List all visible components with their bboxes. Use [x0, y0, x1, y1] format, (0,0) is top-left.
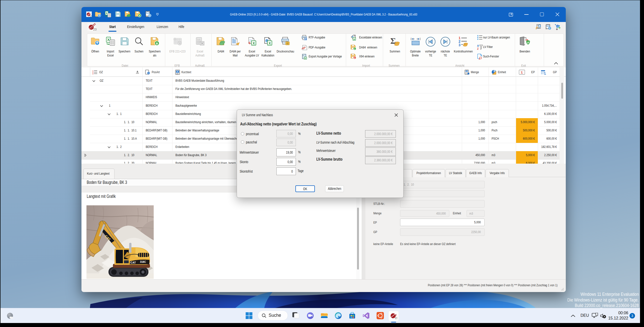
- svg-text:X: X: [106, 12, 108, 15]
- svg-text:Σ: Σ: [521, 70, 523, 74]
- svg-text:23: 23: [395, 316, 397, 320]
- svg-text:€: €: [354, 57, 355, 59]
- svg-text:CAT: CAT: [130, 261, 136, 264]
- svg-text:€: €: [354, 48, 355, 50]
- svg-text:X: X: [305, 57, 306, 60]
- svg-text:X: X: [269, 41, 271, 45]
- svg-text:Z: Z: [477, 47, 479, 50]
- svg-text:23: 23: [90, 15, 92, 18]
- svg-text:Σ: Σ: [544, 72, 546, 75]
- svg-text:X: X: [253, 41, 255, 45]
- svg-text:X: X: [107, 38, 110, 42]
- svg-text:23: 23: [93, 28, 96, 31]
- svg-text:3: 3: [458, 43, 460, 47]
- svg-text:3: 3: [92, 73, 94, 74]
- svg-text:A: A: [177, 70, 178, 73]
- svg-text:W: W: [305, 38, 307, 40]
- svg-text:318C: 318C: [140, 260, 146, 263]
- svg-text:A: A: [477, 44, 479, 47]
- svg-text:#: #: [303, 54, 304, 57]
- svg-text:X: X: [354, 38, 355, 40]
- svg-text:0.00: 0.00: [198, 38, 200, 40]
